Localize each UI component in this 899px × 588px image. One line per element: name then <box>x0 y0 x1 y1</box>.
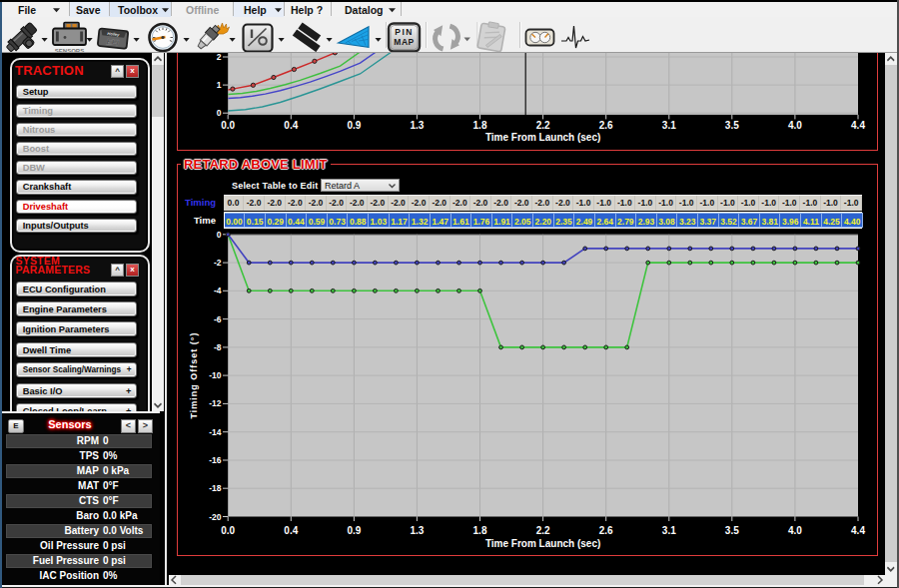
svg-text:0.9: 0.9 <box>347 120 361 131</box>
svg-text:2.6: 2.6 <box>598 525 612 536</box>
svg-text:-10: -10 <box>209 370 222 380</box>
svg-text:MAP: MAP <box>394 37 414 47</box>
svg-text:PIN: PIN <box>395 27 413 37</box>
svg-text:0.4: 0.4 <box>284 525 298 536</box>
svg-text:3.5: 3.5 <box>724 525 738 536</box>
svg-text:0.0: 0.0 <box>221 525 235 536</box>
svg-text:4.0: 4.0 <box>787 525 801 536</box>
svg-text:0: 0 <box>216 230 221 240</box>
svg-text:Time From Launch (sec): Time From Launch (sec) <box>484 538 599 549</box>
svg-text:-8: -8 <box>213 342 221 352</box>
svg-text:-18: -18 <box>209 483 222 493</box>
svg-text:-14: -14 <box>209 427 222 437</box>
svg-text:-4: -4 <box>213 286 221 295</box>
svg-text:4.4: 4.4 <box>851 525 865 536</box>
svg-text:1: 1 <box>216 80 221 90</box>
svg-text:0.4: 0.4 <box>284 120 298 131</box>
svg-text:2.2: 2.2 <box>535 525 549 536</box>
svg-text:2: 2 <box>216 53 221 62</box>
svg-text:-2: -2 <box>213 258 221 268</box>
svg-text:2.6: 2.6 <box>598 120 612 131</box>
svg-text:SENSORS: SENSORS <box>55 48 84 52</box>
svg-text:-6: -6 <box>213 314 221 324</box>
svg-text:1.3: 1.3 <box>410 525 424 536</box>
svg-text:0: 0 <box>216 108 221 118</box>
svg-text:0.9: 0.9 <box>347 525 361 536</box>
svg-text:2.2: 2.2 <box>535 120 549 131</box>
svg-text:-20: -20 <box>209 512 222 522</box>
svg-text:3.1: 3.1 <box>661 525 675 536</box>
svg-text:4.4: 4.4 <box>851 120 865 131</box>
svg-text:3.1: 3.1 <box>661 120 675 131</box>
svg-text:1.8: 1.8 <box>472 120 486 131</box>
svg-text:-12: -12 <box>209 398 222 408</box>
svg-text:EFI: EFI <box>106 37 120 47</box>
svg-text:Time From Launch (sec): Time From Launch (sec) <box>484 132 599 143</box>
svg-text:Timing Offset (°): Timing Offset (°) <box>188 332 198 419</box>
svg-text:0.0: 0.0 <box>221 120 235 131</box>
svg-text:3.5: 3.5 <box>724 120 738 131</box>
svg-text:-16: -16 <box>209 455 222 465</box>
svg-text:4.0: 4.0 <box>787 120 801 131</box>
svg-text:1.8: 1.8 <box>472 525 486 536</box>
svg-text:1.3: 1.3 <box>410 120 424 131</box>
